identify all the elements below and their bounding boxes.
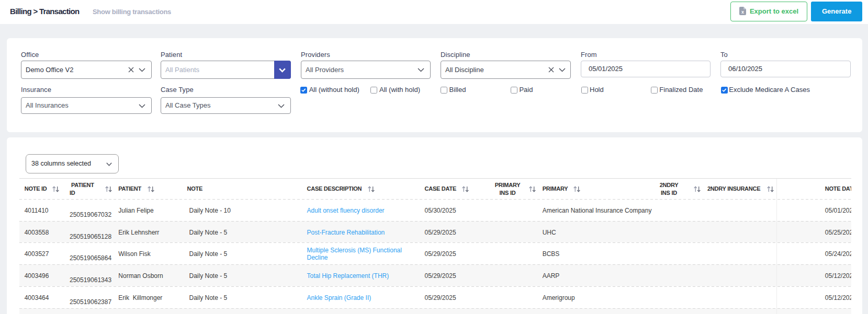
svg-text:x: x	[741, 9, 744, 15]
